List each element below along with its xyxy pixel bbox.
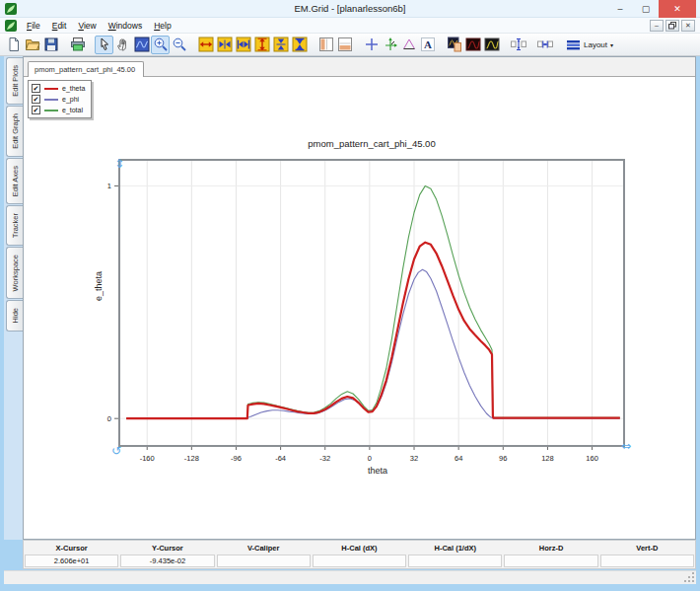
- value-v-caliper: [217, 554, 311, 567]
- panel-vertical-icon[interactable]: [316, 36, 335, 54]
- svg-text:64: 64: [455, 454, 462, 463]
- legend-checkbox-e-theta[interactable]: ✔: [32, 84, 40, 93]
- column-vert-d: Vert-D: [599, 541, 695, 554]
- column-x-cursor: X-Cursor: [24, 541, 119, 554]
- center-x-icon[interactable]: [215, 36, 234, 54]
- svg-text:-128: -128: [184, 454, 199, 463]
- column-y-cursor: Y-Cursor: [119, 541, 215, 554]
- layout-icon: [567, 38, 581, 51]
- legend-checkbox-e-total[interactable]: ✔: [32, 106, 40, 114]
- legend-label: e_phi: [62, 96, 79, 103]
- svg-text:-64: -64: [275, 454, 286, 463]
- svg-text:-160: -160: [140, 454, 155, 463]
- svg-text:-96: -96: [231, 454, 242, 463]
- sidebar-tab-workspace[interactable]: Workspace: [6, 247, 23, 299]
- svg-text:e_theta: e_theta: [94, 271, 104, 301]
- pan-hand-icon[interactable]: [113, 36, 132, 54]
- crosshair-icon[interactable]: [362, 36, 381, 54]
- vertical-spacing-icon[interactable]: [509, 36, 527, 54]
- expand-y-icon[interactable]: [252, 36, 271, 54]
- minimize-button[interactable]: –: [607, 0, 633, 18]
- plot-style-dark-icon[interactable]: [463, 36, 482, 54]
- close-button[interactable]: ✕: [659, 0, 696, 18]
- svg-text:↺: ↺: [111, 444, 121, 458]
- toolbar: A Layout ▾: [0, 34, 700, 56]
- center-y-icon[interactable]: [271, 36, 290, 54]
- plot-style-light-icon[interactable]: [482, 36, 501, 54]
- layout-menu-button[interactable]: Layout ▾: [562, 36, 618, 54]
- chart-area: ✔ e_theta ✔ e_phi ✔ e_total -: [24, 77, 695, 539]
- menu-edit[interactable]: Edit: [46, 20, 73, 32]
- resize-grip[interactable]: [684, 572, 695, 583]
- sidebar-tab-edit-axes[interactable]: Edit Axes: [6, 158, 23, 204]
- print-icon[interactable]: [68, 36, 87, 54]
- legend-label: e_theta: [62, 85, 85, 92]
- zoom-out-icon[interactable]: [170, 36, 188, 54]
- svg-text:⇔: ⇔: [621, 439, 631, 453]
- chart-svg[interactable]: -160-128-96-64-32032649612816001pmom_pat…: [24, 77, 695, 539]
- column-h-cal-dx: H-Cal (dX): [312, 541, 407, 554]
- value-y-cursor: -9.435e-02: [120, 554, 214, 567]
- save-icon[interactable]: [41, 36, 60, 54]
- open-file-icon[interactable]: [23, 36, 41, 54]
- tab-bar: pmom_pattern_cart_phi_45.00: [24, 57, 695, 77]
- svg-text:1: 1: [107, 182, 111, 190]
- sidebar-tab-edit-plots[interactable]: Edit Plots: [6, 57, 23, 105]
- svg-text:0: 0: [107, 414, 111, 423]
- menu-file[interactable]: File: [21, 20, 46, 32]
- column-v-caliper: V-Caliper: [216, 541, 312, 554]
- menu-view[interactable]: View: [72, 20, 102, 32]
- maximize-button[interactable]: ▢: [633, 0, 659, 18]
- menu-help[interactable]: Help: [148, 20, 176, 32]
- app-window: EM.Grid - [planarlesson6b] – ▢ ✕ File Ed…: [0, 0, 700, 591]
- content-area: Edit Plots Edit Graph Edit Axes Tracker …: [4, 56, 696, 540]
- value-x-cursor: 2.606e+01: [25, 554, 118, 567]
- copy-plot-icon[interactable]: [445, 36, 463, 54]
- legend-label: e_total: [62, 107, 83, 113]
- cursor-table-header-row: X-Cursor Y-Cursor V-Caliper H-Cal (dX) H…: [24, 541, 695, 554]
- svg-text:-32: -32: [319, 454, 330, 463]
- column-horz-d: Horz-D: [503, 541, 598, 554]
- value-h-cal-1dx: [408, 554, 502, 567]
- title-bar: EM.Grid - [planarlesson6b] – ▢ ✕: [0, 0, 700, 18]
- legend-line-sample: [44, 110, 58, 111]
- expand-x-icon[interactable]: [196, 36, 215, 54]
- pointer-tool-icon[interactable]: [95, 36, 113, 54]
- fit-view-icon[interactable]: [132, 36, 151, 54]
- legend-item-e-theta: ✔ e_theta: [32, 83, 85, 94]
- window-title: EM.Grid - [planarlesson6b]: [0, 3, 700, 14]
- angle-measure-icon[interactable]: [399, 36, 418, 54]
- sidebar: Edit Plots Edit Graph Edit Axes Tracker …: [4, 56, 23, 540]
- check-icon: ✔: [34, 107, 39, 113]
- sidebar-tab-edit-graph[interactable]: Edit Graph: [6, 106, 23, 157]
- horizontal-spacing-icon[interactable]: [535, 36, 554, 54]
- text-annotation-icon[interactable]: A: [418, 36, 437, 54]
- new-file-icon[interactable]: [4, 36, 23, 54]
- menu-windows[interactable]: Windows: [103, 20, 149, 32]
- sidebar-tab-tracker[interactable]: Tracker: [6, 205, 23, 246]
- mdi-restore-button[interactable]: [665, 20, 679, 32]
- mdi-minimize-button[interactable]: –: [650, 20, 664, 32]
- legend-item-e-total: ✔ e_total: [32, 105, 85, 115]
- compress-y-icon[interactable]: [290, 36, 309, 54]
- svg-text:pmom_pattern_cart_phi_45.00: pmom_pattern_cart_phi_45.00: [308, 138, 435, 149]
- mdi-close-button[interactable]: ✕: [681, 20, 695, 32]
- compress-x-icon[interactable]: [234, 36, 252, 54]
- legend-item-e-phi: ✔ e_phi: [32, 94, 85, 105]
- svg-text:160: 160: [586, 454, 598, 463]
- sidebar-tab-hide[interactable]: Hide: [6, 300, 23, 331]
- axes-icon[interactable]: [381, 36, 399, 54]
- value-vert-d: [600, 554, 694, 567]
- panel-horizontal-icon[interactable]: [335, 36, 354, 54]
- legend-checkbox-e-phi[interactable]: ✔: [32, 95, 40, 104]
- zoom-in-icon[interactable]: [151, 36, 170, 54]
- chevron-down-icon: ▾: [610, 41, 613, 48]
- column-h-cal-1dx: H-Cal (1/dX): [407, 541, 503, 554]
- document-logo-icon: [5, 20, 17, 32]
- svg-text:128: 128: [541, 454, 554, 463]
- svg-text:96: 96: [499, 454, 507, 463]
- tab-active-plot[interactable]: pmom_pattern_cart_phi_45.00: [28, 61, 144, 77]
- svg-text:theta: theta: [368, 466, 387, 476]
- cursor-table-value-row: 2.606e+01 -9.435e-02: [24, 554, 695, 568]
- menu-bar: File Edit View Windows Help – ✕: [0, 18, 700, 34]
